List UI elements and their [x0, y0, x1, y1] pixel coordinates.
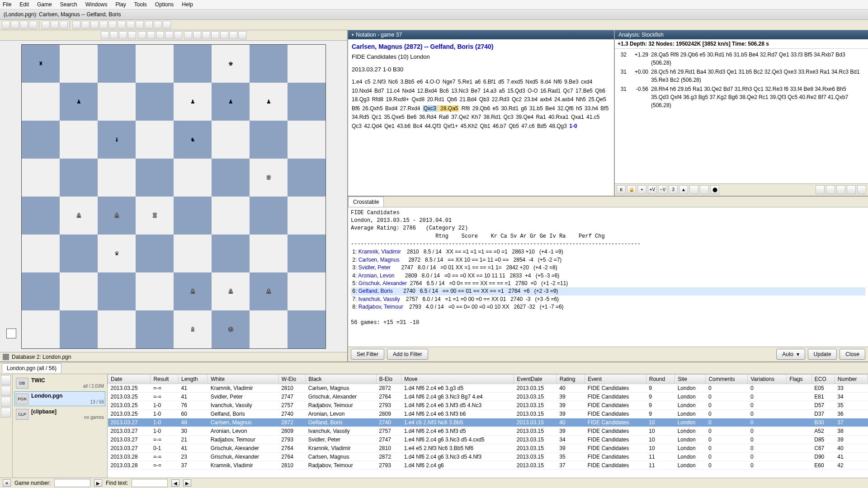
game-number-input[interactable] [54, 479, 90, 487]
analysis-toolbar[interactable]: ⏸ 🔒 + +V −V 3 ▲ ⬤ [615, 183, 868, 196]
tb-btn[interactable] [857, 185, 866, 194]
tb-btn[interactable] [1, 397, 11, 407]
menu-game[interactable]: Game [37, 1, 52, 8]
gamelist-footer[interactable]: ✕ Game number: ▶ Find text: ◀ ▶ [0, 478, 868, 488]
crosstable-tabs[interactable]: Crosstable [348, 197, 868, 207]
menu-tools[interactable]: Tools [134, 1, 147, 8]
find-next-icon[interactable]: ▶ [183, 479, 191, 487]
square-h5[interactable] [288, 159, 326, 197]
current-move[interactable]: Qxc3 [423, 105, 437, 112]
tb-btn[interactable] [826, 185, 835, 194]
square-h6[interactable] [288, 121, 326, 159]
col-white[interactable]: White [208, 375, 278, 384]
piece[interactable]: ♝ [114, 137, 119, 142]
square-b7[interactable]: ♟ [60, 83, 98, 121]
square-g5[interactable]: ♕ [250, 159, 288, 197]
find-text-input[interactable] [132, 479, 168, 487]
game-row[interactable]: 2013.03.251-060Gelfand, Boris2740Aronian… [108, 410, 868, 418]
tb-btn[interactable] [108, 21, 117, 29]
col-rating[interactable]: Rating [557, 375, 585, 384]
plus-icon[interactable]: + [637, 185, 646, 194]
square-d4[interactable]: ♖ [136, 197, 174, 235]
piece[interactable]: ♙ [76, 213, 81, 218]
col-black[interactable]: Black [306, 375, 376, 384]
analysis-lines[interactable]: 32+1.2928.Qa5 Rf8 29.Qb6 e5 30.Rd1 h6 31… [615, 49, 868, 183]
piece[interactable]: ♟ [190, 99, 195, 104]
square-h2[interactable] [288, 272, 326, 310]
notation-panel-title[interactable]: ▾ Notation - game 37 [348, 30, 614, 39]
tb-btn[interactable] [229, 31, 237, 39]
square-e1[interactable]: ♗ [174, 310, 212, 348]
tb-btn[interactable] [163, 21, 171, 29]
main-toolbar[interactable] [0, 20, 868, 30]
menu-help[interactable]: Help [182, 1, 193, 8]
square-c3[interactable]: ♛ [98, 235, 136, 272]
crosstable-row[interactable]: 6: Gelfand, Boris 2740 6.5 / 14 == 00 ==… [351, 287, 865, 295]
col-eco[interactable]: ECO [811, 375, 835, 384]
square-d1[interactable] [136, 310, 174, 348]
analysis-line[interactable]: 31-0.5628.Rh4 h6 29.b5 Ra1 30.Qe2 Bd7 31… [618, 85, 865, 109]
tb-btn[interactable] [145, 21, 153, 29]
col-site[interactable]: Site [675, 375, 706, 384]
square-a7[interactable] [22, 83, 60, 121]
pause-icon[interactable]: ⏸ [617, 185, 626, 194]
tb-btn[interactable] [847, 185, 856, 194]
menu-file[interactable]: File [3, 1, 11, 8]
square-a4[interactable] [22, 197, 60, 235]
tb-btn[interactable] [689, 185, 698, 194]
square-b1[interactable] [60, 310, 98, 348]
go-icon[interactable]: ▶ [94, 479, 102, 487]
game-row[interactable]: 2013.03.25=-=41Kramnik, Vladimir2810Carl… [108, 384, 868, 393]
col-length[interactable]: Length [179, 375, 208, 384]
col-flags[interactable]: Flags [787, 375, 811, 384]
tb-btn[interactable] [1, 375, 11, 385]
square-f1[interactable]: ♔ [212, 310, 250, 348]
square-h3[interactable] [288, 235, 326, 272]
piece[interactable]: ♟ [266, 99, 271, 104]
square-g2[interactable]: ♙ [250, 272, 288, 310]
crosstable-row[interactable]: 1: Kramnik, Vladimir 2810 8.5 / 14 XX ==… [351, 248, 865, 256]
board-nav-toolbar[interactable] [0, 30, 347, 41]
square-g4[interactable] [250, 197, 288, 235]
tb-btn[interactable] [154, 21, 162, 29]
col-result[interactable]: Result [151, 375, 179, 384]
tb-btn[interactable] [184, 31, 192, 39]
find-prev-icon[interactable]: ◀ [171, 479, 179, 487]
game-row[interactable]: 2013.03.28=-=37Kramnik, Vladimir2810Radj… [108, 461, 868, 470]
tb-btn[interactable] [90, 21, 99, 29]
col-number[interactable]: Number [835, 375, 868, 384]
square-a3[interactable] [22, 235, 60, 272]
piece[interactable]: ♛ [114, 251, 119, 256]
square-e7[interactable]: ♟ [174, 83, 212, 121]
game-row[interactable]: 2013.03.251-076Ivanchuk, Vassily2757Radj… [108, 401, 868, 410]
piece[interactable]: ♜ [38, 61, 43, 66]
move-list[interactable]: 1.e4 c5 2.Nf3 Nc6 3.Bb5 e6 4.O-O Nge7 5.… [352, 77, 610, 130]
crosstable-row[interactable]: 2: Carlsen, Magnus 2872 8.5 / 14 == XX 1… [351, 256, 865, 264]
square-b2[interactable] [60, 272, 98, 310]
tb-btn[interactable] [29, 21, 37, 29]
square-c2[interactable] [98, 272, 136, 310]
analysis-line[interactable]: 31+0.0028.Qc5 h6 29.Rd1 Ba4 30.Rd3 Qe1 3… [618, 68, 865, 84]
square-d8[interactable] [136, 45, 174, 83]
auto-button[interactable]: Auto ▾ [776, 349, 805, 360]
game-row[interactable]: 2013.03.28=-=23Grischuk, Alexander2764Ca… [108, 453, 868, 461]
square-f8[interactable]: ♚ [212, 45, 250, 83]
tb-btn[interactable] [147, 31, 155, 39]
add-filter-button[interactable]: Add to Filter [387, 349, 428, 360]
menu-options[interactable]: Options [155, 1, 174, 8]
tb-btn[interactable] [11, 21, 19, 29]
update-button[interactable]: Update [808, 349, 837, 360]
square-h7[interactable] [288, 83, 326, 121]
square-a1[interactable] [22, 310, 60, 348]
square-c6[interactable]: ♝ [98, 121, 136, 159]
game-row[interactable]: 2013.03.27=-=21Radjabov, Teimour2793Svid… [108, 436, 868, 444]
tb-btn[interactable] [20, 21, 28, 29]
db-item[interactable]: PGNLondon.pgn13 / 56 [14, 391, 105, 406]
piece[interactable]: ♔ [228, 327, 233, 332]
game-row[interactable]: 2013.03.271-030Aronian, Levon2809Ivanchu… [108, 427, 868, 436]
up-icon[interactable]: ▲ [679, 185, 688, 194]
crosstable-row[interactable]: 3: Svidler, Peter 2747 8.0 / 14 =0 01 XX… [351, 264, 865, 272]
menu-bar[interactable]: FileEditGameSearchWindowsPlayToolsOption… [0, 0, 868, 9]
tb-btn[interactable] [165, 31, 173, 39]
analysis-line[interactable]: 32+1.2928.Qa5 Rf8 29.Qb6 e5 30.Rd1 h6 31… [618, 51, 865, 67]
